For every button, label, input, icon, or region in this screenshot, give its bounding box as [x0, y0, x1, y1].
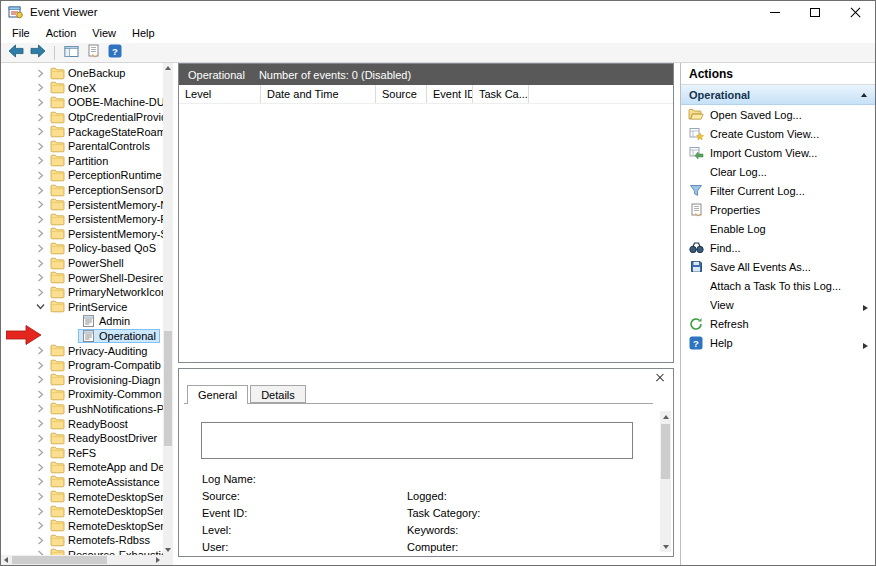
action-find[interactable]: Find...	[681, 238, 875, 257]
action-save-all-events-as[interactable]: Save All Events As...	[681, 257, 875, 276]
chevron-right-icon[interactable]	[34, 257, 47, 270]
tree-vertical-scrollbar[interactable]	[163, 63, 173, 555]
chevron-right-icon[interactable]	[34, 286, 47, 299]
event-list-body[interactable]	[179, 104, 673, 362]
tree-item-pushnotifications-p[interactable]: PushNotifications-P	[1, 402, 163, 417]
tree-item-remotedesktopser[interactable]: RemoteDesktopSer	[1, 489, 163, 504]
tree-item-printservice[interactable]: PrintService	[1, 300, 163, 315]
action-help[interactable]: ?Help	[681, 333, 875, 352]
tree-item-readyboost[interactable]: ReadyBoost	[1, 416, 163, 431]
tree-hscroll-thumb[interactable]	[12, 556, 107, 564]
tree-item-packagestateroami[interactable]: PackageStateRoami	[1, 124, 163, 139]
tree-item-remotedesktopser[interactable]: RemoteDesktopSer	[1, 504, 163, 519]
chevron-down-icon[interactable]	[34, 300, 47, 313]
tree-item-onebackup[interactable]: OneBackup	[1, 66, 163, 81]
tree-item-resource-exhaustion[interactable]: Resource-Exhaustion	[1, 548, 163, 555]
chevron-right-icon[interactable]	[34, 81, 47, 94]
scroll-down-button[interactable]	[163, 545, 173, 555]
tree-item-perceptionruntime[interactable]: PerceptionRuntime	[1, 168, 163, 183]
help-button[interactable]: ?	[105, 44, 125, 61]
show-console-tree-button[interactable]	[61, 44, 81, 61]
tree-item-refs[interactable]: ReFS	[1, 445, 163, 460]
tree-item-partition[interactable]: Partition	[1, 154, 163, 169]
chevron-right-icon[interactable]	[34, 490, 47, 503]
chevron-right-icon[interactable]	[34, 154, 47, 167]
titlebar[interactable]: Event Viewer	[1, 1, 875, 23]
chevron-right-icon[interactable]	[34, 96, 47, 109]
action-create-custom-view[interactable]: Create Custom View...	[681, 124, 875, 143]
chevron-right-icon[interactable]	[34, 125, 47, 138]
tree-item-perceptionsensorda[interactable]: PerceptionSensorDa	[1, 183, 163, 198]
tree-item-remoteassistance[interactable]: RemoteAssistance	[1, 475, 163, 490]
scroll-down-button[interactable]	[660, 541, 671, 552]
preview-scrollbar[interactable]	[660, 411, 671, 552]
menu-item-help[interactable]: Help	[124, 24, 163, 42]
chevron-right-icon[interactable]	[34, 227, 47, 240]
menu-item-view[interactable]: View	[84, 24, 124, 42]
properties-button[interactable]	[83, 44, 103, 61]
back-button[interactable]	[6, 44, 26, 61]
chevron-right-icon[interactable]	[34, 359, 47, 372]
tree-horizontal-scrollbar[interactable]	[1, 555, 163, 565]
tree-item-remotefs-rdbss[interactable]: Remotefs-Rdbss	[1, 533, 163, 548]
column-header-source[interactable]: Source	[376, 85, 427, 103]
chevron-right-icon[interactable]	[34, 519, 47, 532]
chevron-right-icon[interactable]	[34, 417, 47, 430]
scroll-up-button[interactable]	[163, 63, 173, 73]
action-open-saved-log[interactable]: Open Saved Log...	[681, 105, 875, 124]
tab-general[interactable]: General	[187, 385, 248, 404]
forward-button[interactable]	[28, 44, 48, 61]
tree-item-persistentmemory-p[interactable]: PersistentMemory-P	[1, 212, 163, 227]
tree-item-powershell[interactable]: PowerShell	[1, 256, 163, 271]
column-header-level[interactable]: Level	[179, 85, 261, 103]
scroll-left-button[interactable]	[1, 555, 11, 565]
column-header-task-ca[interactable]: Task Ca...	[473, 85, 529, 103]
action-import-custom-view[interactable]: Import Custom View...	[681, 143, 875, 162]
minimize-button[interactable]	[755, 1, 795, 23]
tree-vscroll-thumb[interactable]	[164, 331, 172, 446]
preview-scroll-thumb[interactable]	[661, 424, 670, 479]
event-description-box[interactable]	[201, 422, 633, 459]
chevron-right-icon[interactable]	[34, 198, 47, 211]
column-header-event-id[interactable]: Event ID	[427, 85, 473, 103]
chevron-right-icon[interactable]	[34, 402, 47, 415]
chevron-right-icon[interactable]	[34, 169, 47, 182]
chevron-right-icon[interactable]	[34, 373, 47, 386]
scroll-up-button[interactable]	[660, 411, 671, 422]
action-clear-log[interactable]: Clear Log...	[681, 162, 875, 181]
action-refresh[interactable]: Refresh	[681, 314, 875, 333]
tree-item-provisioning-diagn[interactable]: Provisioning-Diagn	[1, 372, 163, 387]
menu-item-file[interactable]: File	[4, 24, 38, 42]
tree-item-proximity-common[interactable]: Proximity-Common	[1, 387, 163, 402]
preview-close-button[interactable]	[652, 371, 668, 384]
chevron-right-icon[interactable]	[34, 446, 47, 459]
tree-item-persistentmemory-s[interactable]: PersistentMemory-S	[1, 227, 163, 242]
tree-item-remoteapp-and-de[interactable]: RemoteApp and De	[1, 460, 163, 475]
tab-details[interactable]: Details	[250, 385, 306, 403]
maximize-button[interactable]	[795, 1, 835, 23]
chevron-right-icon[interactable]	[34, 388, 47, 401]
chevron-right-icon[interactable]	[34, 475, 47, 488]
chevron-right-icon[interactable]	[34, 140, 47, 153]
tree-item-persistentmemory-n[interactable]: PersistentMemory-N	[1, 197, 163, 212]
collapse-section-button[interactable]	[861, 93, 867, 97]
column-header-date-and-time[interactable]: Date and Time	[261, 85, 376, 103]
tree-item-oobe-machine-du[interactable]: OOBE-Machine-DU	[1, 95, 163, 110]
action-attach-a-task-to-this-log[interactable]: Attach a Task To this Log...	[681, 276, 875, 295]
chevron-right-icon[interactable]	[34, 213, 47, 226]
action-view[interactable]: View	[681, 295, 875, 314]
chevron-right-icon[interactable]	[34, 432, 47, 445]
tree-item-otpcredentialprovid[interactable]: OtpCredentialProvid	[1, 110, 163, 125]
chevron-right-icon[interactable]	[34, 548, 47, 555]
chevron-right-icon[interactable]	[34, 111, 47, 124]
chevron-right-icon[interactable]	[34, 242, 47, 255]
close-button[interactable]	[835, 1, 875, 23]
chevron-right-icon[interactable]	[34, 505, 47, 518]
chevron-right-icon[interactable]	[34, 67, 47, 80]
chevron-right-icon[interactable]	[34, 271, 47, 284]
action-enable-log[interactable]: Enable Log	[681, 219, 875, 238]
chevron-right-icon[interactable]	[34, 461, 47, 474]
chevron-right-icon[interactable]	[34, 184, 47, 197]
chevron-right-icon[interactable]	[34, 344, 47, 357]
chevron-right-icon[interactable]	[34, 534, 47, 547]
